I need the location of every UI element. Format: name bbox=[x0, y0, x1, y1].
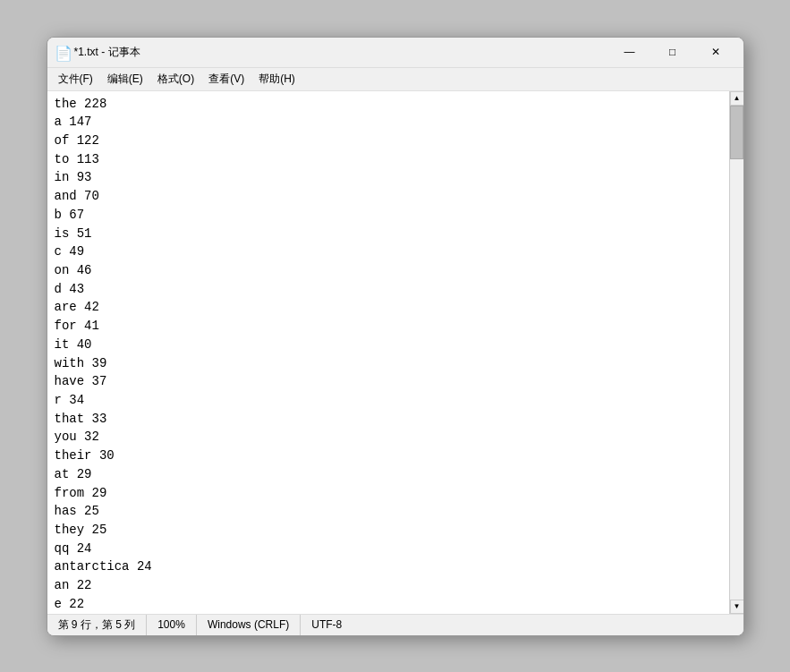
encoding: UTF-8 bbox=[301, 615, 353, 635]
menu-view[interactable]: 查看(V) bbox=[201, 70, 251, 89]
minimize-button[interactable]: — bbox=[609, 38, 650, 65]
notepad-window: 📄 *1.txt - 记事本 — □ ✕ 文件(F) 编辑(E) 格式(O) 查… bbox=[47, 37, 744, 636]
menu-format[interactable]: 格式(O) bbox=[150, 70, 201, 89]
content-area: the 228 a 147 of 122 to 113 in 93 and 70… bbox=[47, 91, 743, 614]
menu-help[interactable]: 帮助(H) bbox=[251, 70, 302, 89]
menu-file[interactable]: 文件(F) bbox=[51, 70, 100, 89]
app-icon: 📄 bbox=[55, 45, 69, 59]
menu-bar: 文件(F) 编辑(E) 格式(O) 查看(V) 帮助(H) bbox=[47, 68, 743, 91]
window-title: *1.txt - 记事本 bbox=[74, 45, 609, 60]
cursor-position: 第 9 行，第 5 列 bbox=[47, 615, 148, 635]
text-editor[interactable]: the 228 a 147 of 122 to 113 in 93 and 70… bbox=[47, 91, 729, 614]
scrollbar[interactable]: ▲ ▼ bbox=[729, 91, 743, 614]
zoom-level: 100% bbox=[147, 615, 197, 635]
scroll-up-button[interactable]: ▲ bbox=[730, 91, 743, 106]
menu-edit[interactable]: 编辑(E) bbox=[100, 70, 150, 89]
scroll-thumb[interactable] bbox=[730, 106, 743, 159]
maximize-button[interactable]: □ bbox=[652, 38, 693, 65]
scroll-track[interactable] bbox=[730, 106, 743, 600]
window-controls: — □ ✕ bbox=[609, 38, 736, 65]
line-ending: Windows (CRLF) bbox=[197, 615, 301, 635]
status-bar: 第 9 行，第 5 列 100% Windows (CRLF) UTF-8 bbox=[47, 614, 743, 635]
close-button[interactable]: ✕ bbox=[695, 38, 736, 65]
title-bar: 📄 *1.txt - 记事本 — □ ✕ bbox=[47, 38, 743, 68]
scroll-down-button[interactable]: ▼ bbox=[730, 600, 743, 614]
